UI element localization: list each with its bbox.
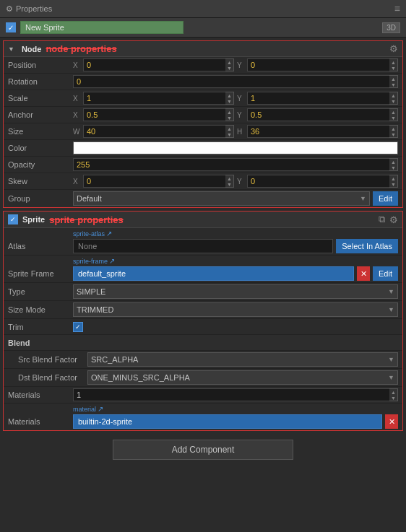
size-label: Size (8, 127, 73, 136)
anchor-x-input[interactable] (83, 108, 225, 121)
skew-y-down[interactable]: ▼ (389, 181, 397, 187)
size-mode-label: Size Mode (8, 305, 73, 314)
group-dropdown[interactable]: Default ▼ (73, 191, 370, 206)
material-sublabel: material ↗ (73, 405, 103, 413)
materials-count-up[interactable]: ▲ (389, 389, 397, 395)
opacity-input[interactable] (73, 158, 389, 171)
position-y-input[interactable] (247, 58, 389, 71)
src-blend-dropdown[interactable]: SRC_ALPHA ▼ (87, 352, 398, 367)
size-w-input-group: ▲ ▼ (83, 125, 234, 138)
group-row: Group Default ▼ Edit (4, 190, 402, 207)
entity-checkbox[interactable]: ✓ (6, 22, 16, 32)
skew-x-up[interactable]: ▲ (225, 175, 233, 181)
materials-item-close-button[interactable]: ✕ (385, 414, 398, 429)
size-mode-row: Size Mode TRIMMED ▼ (4, 301, 402, 319)
materials-count-input[interactable] (73, 388, 389, 401)
atlas-input[interactable] (73, 239, 333, 253)
anchor-x-up[interactable]: ▲ (225, 109, 233, 115)
size-mode-dropdown-value: TRIMMED (77, 305, 113, 314)
node-gear-icon[interactable]: ⚙ (389, 43, 398, 54)
src-blend-value: SRC_ALPHA (91, 355, 138, 364)
anchor-x-input-group: ▲ ▼ (83, 108, 234, 121)
rotation-up[interactable]: ▲ (389, 76, 397, 82)
scale-y-up[interactable]: ▲ (389, 92, 397, 98)
size-w-down[interactable]: ▼ (225, 131, 233, 137)
sprite-gear-icon[interactable]: ⚙ (389, 214, 398, 225)
scale-x-stepper[interactable]: ▲ ▼ (225, 92, 234, 105)
skew-y-input-group: ▲ ▼ (247, 175, 398, 188)
size-h-axis-label: H (237, 128, 244, 136)
trim-checkbox[interactable]: ✓ (73, 322, 83, 332)
sprite-frame-edit-button[interactable]: Edit (373, 266, 398, 281)
sprite-frame-input[interactable] (73, 266, 354, 281)
materials-count-down[interactable]: ▼ (389, 395, 397, 401)
anchor-y-down[interactable]: ▼ (389, 115, 397, 121)
anchor-y-stepper[interactable]: ▲ ▼ (389, 108, 398, 121)
position-x-stepper[interactable]: ▲ ▼ (225, 58, 234, 71)
size-w-stepper[interactable]: ▲ ▼ (225, 125, 234, 138)
skew-y-up[interactable]: ▲ (389, 175, 397, 181)
scale-y-stepper[interactable]: ▲ ▼ (389, 92, 398, 105)
atlas-link-icon[interactable]: ↗ (106, 230, 112, 237)
scale-y-down[interactable]: ▼ (389, 98, 397, 104)
rotation-input[interactable] (73, 75, 389, 88)
skew-y-axis-label: Y (237, 178, 244, 186)
opacity-stepper[interactable]: ▲ ▼ (389, 158, 398, 171)
position-x-up[interactable]: ▲ (225, 59, 233, 65)
materials-item-input[interactable] (73, 414, 382, 429)
sprite-checkbox[interactable]: ✓ (8, 214, 18, 224)
type-dropdown[interactable]: SIMPLE ▼ (73, 284, 398, 299)
sprite-frame-label: Sprite Frame (8, 269, 73, 278)
skew-x-down[interactable]: ▼ (225, 181, 233, 187)
scale-x-down[interactable]: ▼ (225, 98, 233, 104)
sprite-copy-icon[interactable]: ⧉ (379, 214, 385, 225)
scale-y-input[interactable] (247, 92, 389, 105)
dst-blend-dropdown[interactable]: ONE_MINUS_SRC_ALPHA ▼ (87, 370, 398, 385)
anchor-x-down[interactable]: ▼ (225, 115, 233, 121)
sprite-frame-close-button[interactable]: ✕ (357, 266, 370, 281)
opacity-down[interactable]: ▼ (389, 165, 397, 170)
entity-name-input[interactable] (20, 21, 183, 34)
scale-x-input[interactable] (83, 92, 225, 105)
size-h-down[interactable]: ▼ (389, 131, 397, 137)
position-y-up[interactable]: ▲ (389, 59, 397, 65)
anchor-y-up[interactable]: ▲ (389, 109, 397, 115)
opacity-up[interactable]: ▲ (389, 159, 397, 165)
size-w-up[interactable]: ▲ (225, 126, 233, 131)
material-link-icon[interactable]: ↗ (98, 405, 103, 413)
sprite-frame-link-icon[interactable]: ↗ (109, 257, 115, 265)
size-mode-dropdown[interactable]: TRIMMED ▼ (73, 302, 398, 317)
size-h-input[interactable] (247, 125, 389, 138)
size-h-stepper[interactable]: ▲ ▼ (389, 125, 398, 138)
position-x-input[interactable] (83, 58, 225, 71)
position-x-down[interactable]: ▼ (225, 65, 233, 71)
scale-x-up[interactable]: ▲ (225, 92, 233, 98)
dst-blend-value: ONE_MINUS_SRC_ALPHA (91, 373, 190, 382)
color-swatch[interactable] (73, 141, 398, 154)
rotation-stepper[interactable]: ▲ ▼ (389, 75, 398, 88)
anchor-y-input[interactable] (247, 108, 389, 121)
size-h-up[interactable]: ▲ (389, 126, 397, 131)
materials-count-stepper[interactable]: ▲ ▼ (389, 388, 398, 401)
src-blend-arrow: ▼ (388, 356, 394, 363)
skew-x-input[interactable] (83, 175, 225, 188)
entity-row: ✓ 3D (0, 18, 406, 38)
select-in-atlas-button[interactable]: Select In Atlas (336, 239, 398, 253)
size-w-input[interactable] (83, 125, 225, 138)
menu-icon[interactable]: ≡ (394, 3, 400, 14)
properties-label: Properties (16, 4, 52, 13)
position-y-stepper[interactable]: ▲ ▼ (389, 58, 398, 71)
position-y-down[interactable]: ▼ (389, 65, 397, 71)
node-collapse-arrow[interactable]: ▼ (8, 45, 14, 53)
gear-icon: ⚙ (6, 4, 13, 14)
skew-y-stepper[interactable]: ▲ ▼ (389, 175, 398, 188)
group-edit-button[interactable]: Edit (373, 191, 398, 206)
anchor-x-stepper[interactable]: ▲ ▼ (225, 108, 234, 121)
sprite-frame-row: Sprite Frame ✕ Edit (4, 265, 402, 283)
anchor-y-axis-label: Y (237, 111, 244, 119)
rotation-down[interactable]: ▼ (389, 82, 397, 87)
skew-x-axis-label: X (73, 178, 80, 186)
skew-x-stepper[interactable]: ▲ ▼ (225, 175, 234, 188)
skew-y-input[interactable] (247, 175, 389, 188)
add-component-button[interactable]: Add Component (113, 440, 293, 460)
